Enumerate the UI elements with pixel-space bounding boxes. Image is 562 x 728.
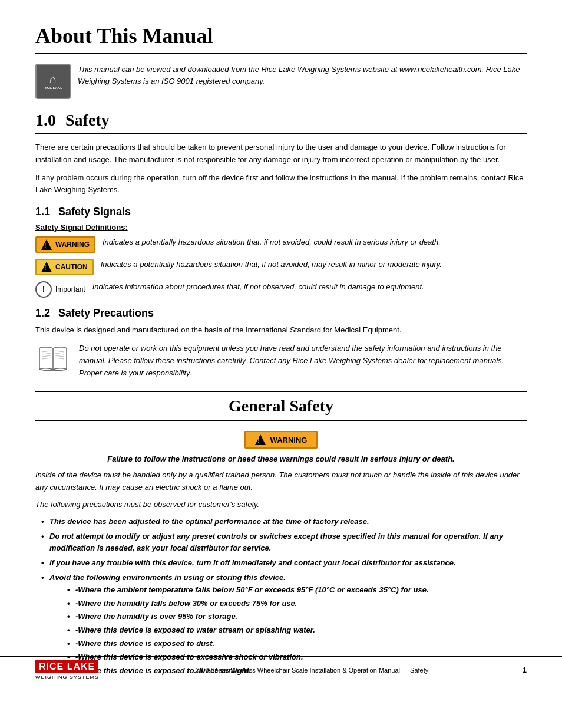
- general-warning-triangle-icon: [255, 434, 266, 445]
- signal-caution-row: CAUTION Indicates a potentially hazardou…: [35, 259, 527, 275]
- sub-bullet-1: -Where the ambient temperature falls bel…: [67, 584, 527, 597]
- svg-line-1: [42, 351, 51, 352]
- general-warning-italic: Failure to follow the instructions or he…: [35, 454, 527, 463]
- page-footer: RICE LAKE WEIGHING SYSTEMS D300 Series W…: [0, 656, 562, 684]
- section-1-heading: 1.0Safety: [35, 111, 527, 134]
- caution-text: Indicates a potentially hazardous situat…: [101, 259, 442, 271]
- svg-line-4: [42, 358, 51, 359]
- safety-body-1: There are certain precautions that shoul…: [35, 141, 527, 166]
- svg-line-5: [55, 351, 64, 352]
- general-warning-badge: WARNING: [244, 431, 318, 449]
- safety-body-2: If any problem occurs during the operati…: [35, 172, 527, 197]
- warning-badge: WARNING: [35, 236, 95, 253]
- subsection-1-1-heading: 1.1Safety Signals: [35, 206, 527, 218]
- general-safety-title: General Safety: [35, 391, 527, 421]
- footer-center-text: D300 Series Wireless Wheelchair Scale In…: [193, 667, 428, 674]
- caution-triangle-icon: [41, 262, 52, 272]
- warning-triangle-icon: [41, 239, 52, 250]
- svg-line-2: [42, 353, 51, 354]
- open-book-svg: [37, 344, 70, 373]
- signal-warning-row: WARNING Indicates a potentially hazardou…: [35, 236, 527, 253]
- warning-center: WARNING: [35, 431, 527, 449]
- general-safety-bullets: This device has been adjusted to the opt…: [41, 516, 527, 677]
- important-label-text: Important: [55, 285, 85, 294]
- book-text: Do not operate or work on this equipment…: [79, 342, 527, 379]
- warning-text: Indicates a potentially hazardous situat…: [103, 236, 441, 248]
- signal-defs-label: Safety Signal Definitions:: [35, 223, 527, 232]
- footer-logo-bottom: WEIGHING SYSTEMS: [35, 674, 99, 680]
- signal-important-row: ! Important Indicates information about …: [35, 281, 527, 298]
- bullet-2: Do not attempt to modify or adjust any p…: [41, 531, 527, 555]
- general-warning-label: WARNING: [270, 436, 308, 444]
- intro-box: ⌂ RICE LAKE This manual can be viewed an…: [35, 64, 527, 99]
- svg-line-3: [42, 355, 51, 357]
- intro-text: This manual can be viewed and downloaded…: [78, 64, 527, 87]
- sub-bullet-2: -Where the humidity falls below 30% or e…: [67, 598, 527, 610]
- svg-line-6: [55, 353, 64, 354]
- important-circle-icon: !: [35, 281, 52, 298]
- general-para1: Inside of the device must be handled onl…: [35, 469, 527, 494]
- general-safety-section: General Safety WARNING Failure to follow…: [35, 391, 527, 677]
- warning-label: WARNING: [55, 241, 90, 249]
- footer-logo-top: RICE LAKE: [35, 660, 98, 673]
- page-title: About This Manual: [35, 24, 527, 54]
- caution-label: CAUTION: [55, 263, 88, 271]
- caution-badge: CAUTION: [35, 259, 94, 275]
- bullet-3: If you have any trouble with this device…: [41, 557, 527, 569]
- sub-bullet-3: -Where the humidity is over 95% for stor…: [67, 611, 527, 623]
- svg-line-7: [55, 355, 64, 357]
- book-row: Do not operate or work on this equipment…: [35, 342, 527, 379]
- sub-bullet-5: -Where this device is exposed to dust.: [67, 638, 527, 650]
- svg-line-8: [55, 358, 64, 359]
- rice-lake-logo-small: ⌂ RICE LAKE: [35, 64, 71, 99]
- important-text: Indicates information about procedures t…: [92, 281, 424, 293]
- section-safety: 1.0Safety There are certain precautions …: [35, 111, 527, 379]
- footer-page-number: 1: [523, 666, 527, 674]
- bullet-1: This device has been adjusted to the opt…: [41, 516, 527, 528]
- page-container: About This Manual ⌂ RICE LAKE This manua…: [0, 0, 562, 692]
- subsection-1-2-heading: 1.2Safety Precautions: [35, 307, 527, 319]
- general-para2: The following precautions must be observ…: [35, 499, 527, 511]
- footer-logo: RICE LAKE WEIGHING SYSTEMS: [35, 660, 99, 680]
- important-label-wrap: ! Important: [35, 281, 85, 298]
- sub-bullet-4: -Where this device is exposed to water s…: [67, 624, 527, 637]
- precautions-body: This device is designed and manufactured…: [35, 324, 527, 337]
- book-icon: [35, 342, 71, 375]
